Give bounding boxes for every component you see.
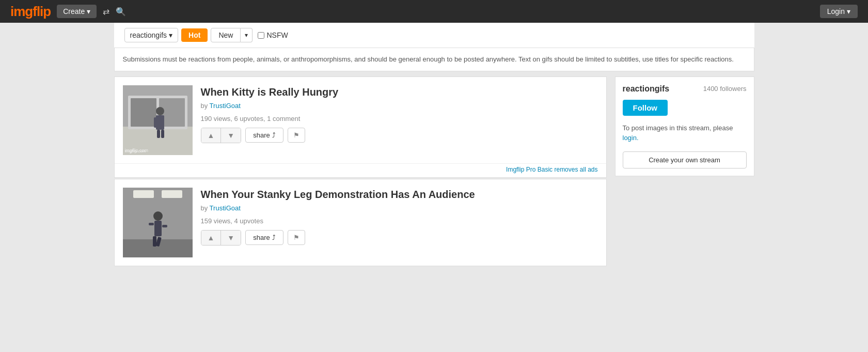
share-label: share (253, 234, 270, 241)
share-icon: ⤴ (272, 131, 276, 139)
nsfw-text: NSFW (266, 31, 288, 39)
downvote-button[interactable]: ▼ (221, 128, 241, 143)
logo: imgflip (10, 4, 51, 20)
post-meta: by TrustiGoat (201, 204, 598, 212)
sidebar-post-prompt: To post images in this stream, please lo… (623, 123, 747, 143)
new-filter-group: New ▾ (211, 28, 252, 42)
post-content: When Kitty is Really Hungry by TrustiGoa… (201, 85, 598, 155)
post-card: When Your Stanky Leg Demonstration Has A… (114, 179, 607, 266)
svg-point-5 (156, 107, 164, 115)
sidebar-followers: 1400 followers (703, 85, 747, 93)
logo-accent: flip (33, 4, 51, 19)
upvote-button[interactable]: ▲ (201, 128, 222, 143)
thumbnail-image: imgflip.com (123, 85, 193, 155)
stream-select-name: reactiongifs (130, 31, 167, 39)
post-inner: imgflip.com When Kitty is Really Hungry … (115, 77, 606, 163)
flag-button[interactable]: ⚑ (288, 128, 305, 143)
header-right: Login ▾ (820, 5, 858, 18)
svg-rect-13 (162, 190, 182, 198)
svg-rect-18 (162, 225, 167, 227)
sidebar-header: reactiongifs 1400 followers (623, 84, 747, 94)
post-author-link[interactable]: TrustiGoat (210, 102, 241, 110)
flag-button[interactable]: ⚑ (288, 230, 305, 245)
filter-bar: reactiongifs ▾ Hot New ▾ NSFW (114, 23, 754, 48)
post-thumbnail: imgflip.com (123, 85, 193, 155)
stream-select-chevron-icon: ▾ (169, 31, 172, 39)
create-button[interactable]: Create ▾ (57, 5, 97, 18)
description-bar: Submissions must be reactions from peopl… (114, 48, 754, 71)
post-meta: by TrustiGoat (201, 102, 598, 110)
vote-group: ▲ ▼ (201, 230, 242, 246)
pro-notice: Imgflip Pro Basic removes all ads (115, 163, 606, 177)
new-filter-button[interactable]: New (211, 28, 241, 42)
svg-rect-9 (161, 130, 164, 138)
post-title: When Your Stanky Leg Demonstration Has A… (201, 188, 598, 201)
svg-rect-12 (133, 190, 154, 198)
description-text: Submissions must be reactions from peopl… (123, 55, 734, 63)
nsfw-label: NSFW (258, 31, 288, 39)
post-inner: When Your Stanky Leg Demonstration Has A… (115, 179, 606, 266)
posts-column: imgflip.com When Kitty is Really Hungry … (114, 76, 607, 267)
create-stream-button[interactable]: Create your own stream (623, 151, 747, 169)
svg-text:imgflip.com: imgflip.com (125, 149, 146, 154)
pro-link[interactable]: Imgflip Pro Basic removes all ads (506, 166, 597, 173)
vote-group: ▲ ▼ (201, 128, 242, 143)
search-icon[interactable]: 🔍 (116, 7, 126, 17)
share-button[interactable]: share ⤴ (245, 230, 283, 245)
post-content: When Your Stanky Leg Demonstration Has A… (201, 188, 598, 257)
shuffle-icon[interactable]: ⇄ (103, 7, 109, 17)
sidebar-card: reactiongifs 1400 followers Follow To po… (615, 76, 754, 176)
svg-rect-8 (157, 130, 160, 138)
main-wrapper: reactiongifs ▾ Hot New ▾ NSFW Submission… (104, 23, 765, 267)
svg-rect-3 (131, 98, 156, 127)
sidebar: reactiongifs 1400 followers Follow To po… (615, 76, 754, 176)
downvote-button[interactable]: ▼ (221, 231, 241, 245)
create-label: Create (63, 7, 85, 16)
upvote-button[interactable]: ▲ (201, 231, 222, 245)
nsfw-checkbox[interactable] (258, 32, 264, 39)
thumbnail-svg-2 (123, 188, 193, 257)
post-author-link[interactable]: TrustiGoat (210, 204, 241, 212)
logo-img: img (10, 4, 33, 19)
post-actions: ▲ ▼ share ⤴ ⚑ (201, 128, 598, 143)
new-filter-dropdown-button[interactable]: ▾ (241, 28, 252, 42)
svg-point-15 (153, 211, 163, 221)
content-area: imgflip.com When Kitty is Really Hungry … (114, 76, 754, 267)
post-actions: ▲ ▼ share ⤴ ⚑ (201, 230, 598, 246)
thumbnail-svg: imgflip.com (123, 85, 193, 155)
share-label: share (253, 131, 270, 139)
post-stats: 159 views, 4 upvotes (201, 217, 598, 225)
post-stats: 190 views, 6 upvotes, 1 comment (201, 115, 598, 123)
login-label: Login (827, 7, 845, 16)
stream-select[interactable]: reactiongifs ▾ (124, 28, 179, 42)
svg-rect-17 (149, 223, 154, 225)
thumbnail-image (123, 188, 193, 257)
sidebar-login-link[interactable]: login. (623, 134, 639, 142)
follow-button[interactable]: Follow (623, 100, 668, 116)
svg-rect-16 (154, 221, 162, 236)
create-chevron-icon: ▾ (87, 7, 90, 16)
hot-filter-button[interactable]: Hot (181, 28, 208, 42)
post-title: When Kitty is Really Hungry (201, 85, 598, 99)
header-left: imgflip Create ▾ ⇄ 🔍 (10, 4, 126, 20)
login-chevron-icon: ▾ (847, 7, 850, 16)
post-thumbnail (123, 188, 193, 257)
share-button[interactable]: share ⤴ (245, 128, 283, 143)
login-button[interactable]: Login ▾ (820, 5, 858, 18)
header: imgflip Create ▾ ⇄ 🔍 Login ▾ (0, 0, 868, 23)
share-icon: ⤴ (272, 234, 276, 241)
svg-rect-7 (154, 117, 158, 128)
post-card: imgflip.com When Kitty is Really Hungry … (114, 76, 607, 178)
sidebar-stream-name: reactiongifs (623, 84, 670, 94)
